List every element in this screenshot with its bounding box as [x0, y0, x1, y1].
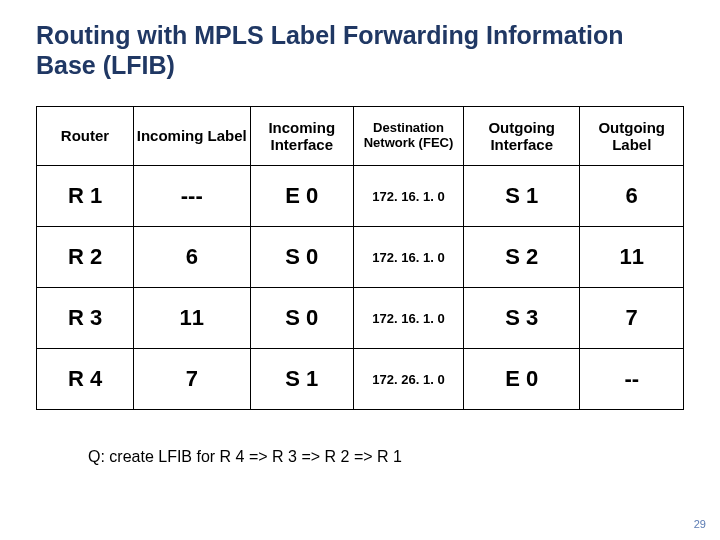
cell-in-iface: S 0	[250, 288, 354, 349]
cell-in-label: 7	[134, 349, 250, 410]
cell-dest: 172. 16. 1. 0	[354, 227, 464, 288]
col-in-iface: Incoming Interface	[250, 107, 354, 166]
cell-in-label: 6	[134, 227, 250, 288]
table-row: R 3 11 S 0 172. 16. 1. 0 S 3 7	[37, 288, 684, 349]
slide: Routing with MPLS Label Forwarding Infor…	[0, 0, 720, 410]
page-title: Routing with MPLS Label Forwarding Infor…	[36, 20, 684, 80]
cell-router: R 2	[37, 227, 134, 288]
cell-out-iface: S 3	[464, 288, 580, 349]
cell-in-iface: S 1	[250, 349, 354, 410]
cell-out-iface: S 2	[464, 227, 580, 288]
table-row: R 4 7 S 1 172. 26. 1. 0 E 0 --	[37, 349, 684, 410]
page-number: 29	[694, 518, 706, 530]
question-text: Q: create LFIB for R 4 => R 3 => R 2 => …	[88, 448, 402, 466]
lfib-table: Router Incoming Label Incoming Interface…	[36, 106, 684, 410]
cell-in-label: ---	[134, 166, 250, 227]
cell-out-label: --	[580, 349, 684, 410]
table-row: R 2 6 S 0 172. 16. 1. 0 S 2 11	[37, 227, 684, 288]
cell-dest: 172. 16. 1. 0	[354, 288, 464, 349]
col-out-label: Outgoing Label	[580, 107, 684, 166]
cell-in-label: 11	[134, 288, 250, 349]
cell-router: R 1	[37, 166, 134, 227]
table-header-row: Router Incoming Label Incoming Interface…	[37, 107, 684, 166]
table-row: R 1 --- E 0 172. 16. 1. 0 S 1 6	[37, 166, 684, 227]
col-in-label: Incoming Label	[134, 107, 250, 166]
cell-out-label: 7	[580, 288, 684, 349]
cell-in-iface: S 0	[250, 227, 354, 288]
col-router: Router	[37, 107, 134, 166]
cell-dest: 172. 26. 1. 0	[354, 349, 464, 410]
cell-router: R 4	[37, 349, 134, 410]
cell-out-label: 6	[580, 166, 684, 227]
col-out-iface: Outgoing Interface	[464, 107, 580, 166]
cell-out-iface: S 1	[464, 166, 580, 227]
cell-out-iface: E 0	[464, 349, 580, 410]
cell-out-label: 11	[580, 227, 684, 288]
cell-router: R 3	[37, 288, 134, 349]
cell-dest: 172. 16. 1. 0	[354, 166, 464, 227]
cell-in-iface: E 0	[250, 166, 354, 227]
col-dest-net: Destination Network (FEC)	[354, 107, 464, 166]
